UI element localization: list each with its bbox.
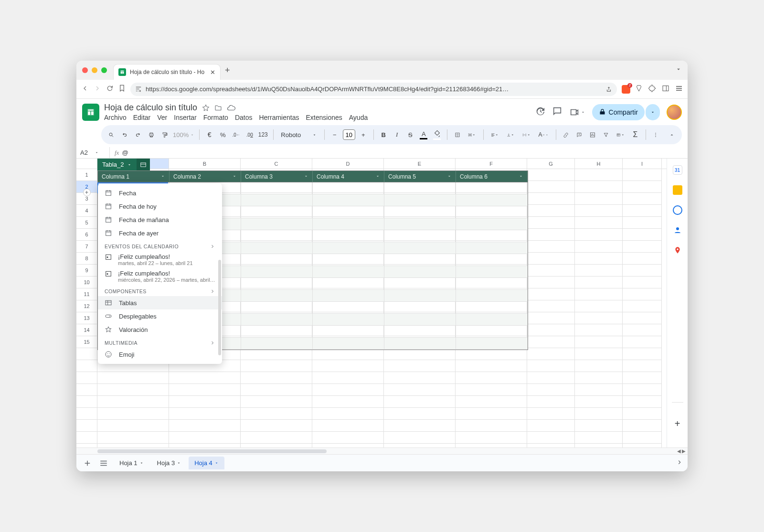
row-header-13[interactable]: 13 [76, 312, 97, 324]
borders-icon[interactable] [452, 129, 463, 141]
table-cell[interactable] [384, 290, 456, 302]
cell[interactable] [527, 336, 575, 348]
row-header-16[interactable] [76, 348, 97, 360]
cell[interactable] [312, 444, 384, 447]
cell[interactable] [623, 348, 662, 360]
table-cell[interactable] [384, 338, 456, 350]
table-cell[interactable] [456, 194, 528, 206]
scroll-right-icon[interactable]: ▶ [682, 448, 686, 454]
cell[interactable] [456, 384, 527, 396]
row-header-7[interactable]: 7 [76, 241, 97, 253]
undo-icon[interactable] [119, 129, 130, 141]
cell[interactable] [97, 408, 169, 420]
table-cell[interactable] [241, 182, 313, 194]
table-cell[interactable] [313, 206, 384, 218]
row-header-23[interactable] [76, 432, 97, 444]
menu-insertar[interactable]: Insertar [174, 114, 196, 121]
cell[interactable] [456, 444, 527, 447]
row-header-11[interactable]: 11 [76, 288, 97, 300]
cell[interactable] [623, 217, 662, 229]
cell[interactable] [575, 181, 623, 193]
cell[interactable] [169, 444, 241, 447]
percent-format-icon[interactable]: % [218, 129, 228, 140]
cell[interactable] [169, 420, 241, 432]
row-header-15[interactable]: 15 [76, 336, 97, 348]
popup-item-event[interactable]: ¡Feliz cumpleaños!martes, abril 22 – lun… [98, 251, 222, 268]
cell[interactable] [527, 360, 575, 372]
row-header-12[interactable]: 12 [76, 300, 97, 312]
contacts-addon-icon[interactable] [673, 225, 682, 235]
cell[interactable] [384, 372, 456, 384]
cell[interactable] [312, 372, 384, 384]
menu-archivo[interactable]: Archivo [104, 114, 127, 121]
insert-comment-icon[interactable] [574, 129, 584, 141]
window-close-button[interactable] [82, 67, 88, 73]
add-sheet-button[interactable] [81, 457, 94, 469]
table-cell[interactable] [241, 290, 313, 302]
cell[interactable] [575, 241, 623, 253]
meet-icon[interactable] [569, 107, 585, 117]
table-cell[interactable] [456, 206, 528, 218]
row-header-14[interactable]: 14 [76, 324, 97, 336]
table-cell[interactable] [313, 266, 384, 278]
popup-section-events[interactable]: Eventos del calendario [98, 240, 222, 251]
cell[interactable] [575, 312, 623, 324]
cell[interactable] [623, 408, 662, 420]
cell[interactable] [169, 372, 241, 384]
row-header-6[interactable]: 6 [76, 229, 97, 241]
row-header-19[interactable] [76, 384, 97, 396]
table-cell[interactable] [384, 254, 456, 266]
cell[interactable] [575, 372, 623, 384]
menu-herramientas[interactable]: Herramientas [259, 114, 299, 121]
row-header-22[interactable] [76, 420, 97, 432]
table-cell[interactable] [241, 206, 313, 218]
zoom-selector[interactable]: 100% [173, 131, 194, 138]
table-cell[interactable] [241, 326, 313, 338]
italic-icon[interactable]: I [392, 129, 402, 140]
scroll-left-icon[interactable]: ◀ [677, 448, 681, 454]
row-header-21[interactable] [76, 408, 97, 420]
nav-forward-button[interactable] [94, 85, 101, 94]
cell[interactable] [623, 360, 662, 372]
cell[interactable] [527, 444, 575, 447]
table-column-header-5[interactable]: Columna 5 [384, 171, 456, 182]
paint-format-icon[interactable] [159, 129, 170, 141]
explore-toggle-icon[interactable] [676, 459, 683, 468]
table-cell[interactable] [384, 242, 456, 254]
table-cell[interactable] [384, 302, 456, 314]
cell[interactable] [312, 432, 384, 444]
popup-item-date[interactable]: Fecha [98, 186, 222, 200]
row-header-10[interactable]: 10 [76, 277, 97, 288]
font-size-input[interactable] [343, 129, 355, 140]
redo-icon[interactable] [133, 129, 143, 141]
tabs-overflow-button[interactable] [675, 66, 682, 74]
menu-editar[interactable]: Editar [133, 114, 151, 121]
comments-icon[interactable] [552, 106, 562, 118]
popup-item-emoji[interactable]: Emoji [98, 348, 222, 361]
table-cell[interactable] [456, 314, 528, 326]
popup-item-event[interactable]: ¡Feliz cumpleaños!miércoles, abril 22, 2… [98, 268, 222, 285]
cell[interactable] [575, 324, 623, 336]
cell[interactable] [623, 169, 662, 181]
cell[interactable] [575, 205, 623, 217]
more-options-icon[interactable] [650, 129, 661, 141]
table-cell[interactable] [456, 242, 528, 254]
cell[interactable] [623, 420, 662, 432]
table-cell[interactable] [384, 182, 456, 194]
cell[interactable] [312, 408, 384, 420]
cell[interactable] [312, 420, 384, 432]
cell[interactable] [575, 408, 623, 420]
cell[interactable] [97, 432, 169, 444]
fill-color-icon[interactable] [432, 128, 442, 142]
table-cell[interactable] [241, 230, 313, 242]
cell[interactable] [169, 396, 241, 408]
cell[interactable] [623, 324, 662, 336]
document-title[interactable]: Hoja de cálculo sin título [104, 103, 197, 113]
table-cell[interactable] [313, 314, 384, 326]
cell[interactable] [623, 444, 662, 447]
column-header-H[interactable]: H [575, 159, 623, 169]
menu-datos[interactable]: Datos [235, 114, 253, 121]
table-cell[interactable] [313, 326, 384, 338]
cell[interactable] [241, 372, 312, 384]
table-cell[interactable] [313, 290, 384, 302]
